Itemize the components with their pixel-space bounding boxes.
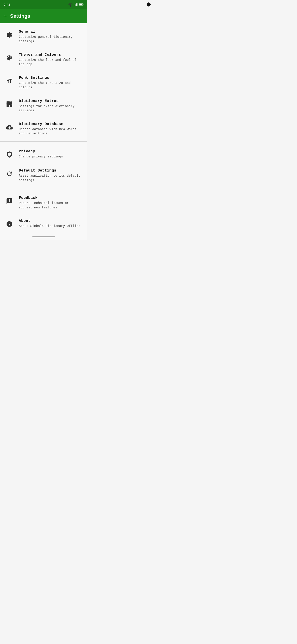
divider-1 — [0, 141, 87, 142]
page-title: Settings — [10, 13, 30, 19]
settings-item-database[interactable]: Dictionary Database Update database with… — [0, 118, 87, 140]
general-text: General Customize general dictionary set… — [19, 30, 83, 44]
themes-icon-container — [4, 53, 14, 63]
svg-rect-3 — [77, 3, 78, 6]
palette-icon — [6, 54, 13, 61]
status-time: 9:43 — [3, 3, 10, 6]
extras-icon-container — [4, 99, 14, 109]
puzzle-icon — [6, 101, 13, 108]
privacy-text: Privacy Change privacy settings — [19, 149, 83, 159]
general-title: General — [19, 30, 83, 34]
font-text: Font Settings Customize the text size an… — [19, 76, 83, 90]
settings-list: General Customize general dictionary set… — [0, 23, 87, 234]
extras-subtitle: Settings for extra dictionary services — [19, 104, 83, 113]
signal-icon — [75, 3, 78, 6]
wifi-icon — [67, 1, 74, 8]
extras-title: Dictionary Extras — [19, 99, 83, 103]
svg-rect-0 — [75, 5, 75, 6]
settings-item-privacy[interactable]: Privacy Change privacy settings — [0, 145, 87, 164]
database-text: Dictionary Database Update database with… — [19, 122, 83, 136]
chat-exclamation-icon — [6, 198, 13, 204]
section-gap-2 — [0, 189, 87, 191]
battery-icon — [79, 3, 84, 6]
svg-rect-9 — [9, 104, 12, 107]
shield-icon — [6, 151, 13, 158]
feedback-text: Feedback Report technical issues or sugg… — [19, 196, 83, 210]
settings-item-default[interactable]: Default Settings Reset application to it… — [0, 164, 87, 187]
privacy-subtitle: Change privacy settings — [19, 154, 83, 159]
download-cloud-icon — [6, 124, 13, 130]
feedback-title: Feedback — [19, 196, 83, 200]
extras-text: Dictionary Extras Settings for extra dic… — [19, 99, 83, 113]
status-icons — [67, 1, 84, 8]
divider-2 — [0, 188, 87, 188]
default-text: Default Settings Reset application to it… — [19, 168, 83, 182]
svg-rect-1 — [75, 4, 76, 6]
default-icon-container — [4, 169, 14, 179]
about-text: About About Sinhala Dictionary Offline — [19, 219, 83, 228]
default-title: Default Settings — [19, 168, 83, 173]
default-subtitle: Reset application to its default setting… — [19, 174, 83, 182]
svg-rect-5 — [79, 4, 82, 5]
gear-icon — [6, 32, 13, 38]
settings-item-themes[interactable]: Themes and Colours Customize the look an… — [0, 48, 87, 71]
svg-rect-2 — [76, 3, 77, 6]
privacy-title: Privacy — [19, 149, 83, 154]
bottom-bar — [0, 234, 87, 240]
about-subtitle: About Sinhala Dictionary Offline — [19, 224, 83, 228]
settings-item-extras[interactable]: Dictionary Extras Settings for extra dic… — [0, 94, 87, 118]
themes-title: Themes and Colours — [19, 52, 83, 57]
general-icon-container — [4, 30, 14, 40]
back-button[interactable]: ← — [3, 14, 6, 19]
settings-item-about[interactable]: About About Sinhala Dictionary Offline — [0, 214, 87, 234]
themes-text: Themes and Colours Customize the look an… — [19, 52, 83, 67]
privacy-icon-container — [4, 150, 14, 160]
refresh-icon — [6, 170, 13, 177]
info-icon — [6, 221, 13, 228]
app-bar: ← Settings — [0, 9, 87, 23]
section-gap-1 — [0, 142, 87, 145]
font-subtitle: Customize the text size and colours — [19, 81, 83, 90]
font-title: Font Settings — [19, 76, 83, 80]
font-icon — [6, 78, 13, 84]
about-icon-container — [4, 219, 14, 229]
database-subtitle: Update database with new words and defin… — [19, 127, 83, 136]
general-subtitle: Customize general dictionary settings — [19, 35, 83, 44]
svg-rect-6 — [83, 4, 83, 5]
about-title: About — [19, 219, 83, 223]
settings-item-font[interactable]: Font Settings Customize the text size an… — [0, 71, 87, 94]
feedback-subtitle: Report technical issues or suggest new f… — [19, 201, 83, 210]
database-title: Dictionary Database — [19, 122, 83, 126]
themes-subtitle: Customize the look and feel of the app — [19, 58, 83, 67]
feedback-icon-container — [4, 196, 14, 206]
settings-item-general[interactable]: General Customize general dictionary set… — [0, 25, 87, 48]
home-indicator — [32, 236, 55, 237]
svg-rect-8 — [7, 104, 9, 107]
status-bar: 9:43 — [0, 0, 87, 9]
database-icon-container — [4, 122, 14, 132]
font-icon-container — [4, 76, 14, 86]
settings-item-feedback[interactable]: Feedback Report technical issues or sugg… — [0, 191, 87, 214]
